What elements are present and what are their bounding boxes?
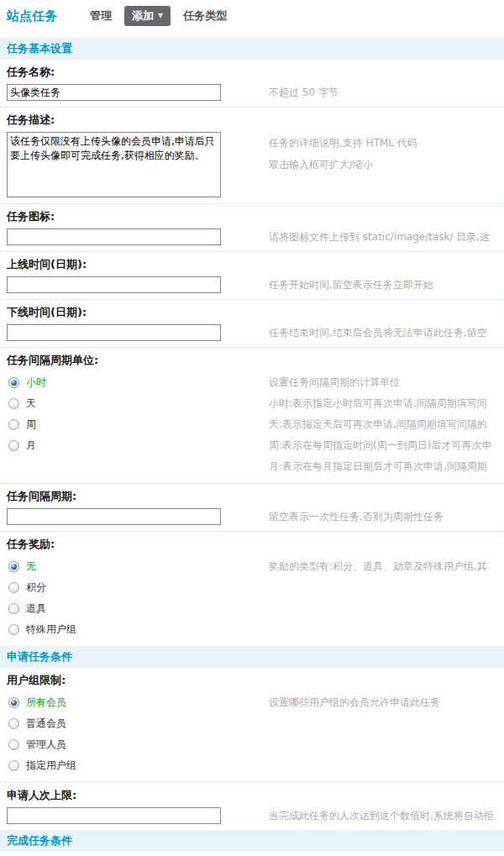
period-label: 任务间隔周期: bbox=[7, 489, 504, 504]
task-desc-textarea[interactable]: 该任务仅限没有上传头像的会员申请,申请后只要上传头像即可完成任务,获得相应的奖励… bbox=[7, 132, 221, 197]
radio-option-month[interactable]: 月 bbox=[7, 435, 269, 456]
radio-icon-all-members-checked[interactable] bbox=[8, 697, 19, 708]
section-complete-conditions: 完成任务条件 bbox=[0, 830, 504, 852]
field-end-time: 下线时间(日期): 任务结束时间,结束后会员将无法申请此任务,留空 bbox=[0, 300, 504, 348]
radio-icon-hour-checked[interactable] bbox=[8, 377, 19, 388]
radio-label-all-members: 所有会员 bbox=[26, 696, 66, 710]
field-task-icon: 任务图标: 请将图标文件上传到 static/image/task/ 目录,这 bbox=[0, 204, 504, 252]
tab-manage[interactable]: 管理 bbox=[90, 8, 112, 24]
radio-label-hour: 小时 bbox=[26, 375, 46, 390]
period-hint: 留空表示一次性任务,否则为周期性任务 bbox=[269, 510, 444, 524]
end-time-hint: 任务结束时间,结束后会员将无法申请此任务,留空 bbox=[269, 326, 487, 340]
radio-icon-month[interactable] bbox=[8, 440, 19, 451]
radio-icon-special-group[interactable] bbox=[8, 624, 19, 635]
period-unit-hint-2: 天:表示指定天后可再次申请,间隔周期填写间隔的 bbox=[269, 414, 491, 435]
field-task-name: 任务名称: 不超过 50 字节 bbox=[0, 60, 504, 108]
reward-label: 任务奖励: bbox=[7, 537, 504, 552]
chevron-down-icon: ▼ bbox=[158, 13, 163, 19]
field-task-desc: 任务描述: 该任务仅限没有上传头像的会员申请,申请后只要上传头像即可完成任务,获… bbox=[0, 108, 504, 204]
start-time-input[interactable] bbox=[7, 276, 221, 293]
field-period-unit: 任务间隔周期单位: 小时 天 周 月 设置任务间隔周期的计算单位 小时:表示指定… bbox=[0, 348, 504, 484]
task-icon-label: 任务图标: bbox=[7, 209, 504, 224]
radio-icon-credits[interactable] bbox=[8, 582, 19, 593]
radio-option-day[interactable]: 天 bbox=[7, 393, 269, 414]
period-unit-hint-3: 周:表示在每周指定时间(周一到周日)后才可再次申 bbox=[269, 435, 491, 456]
tab-add-label: 添加 bbox=[132, 8, 154, 24]
task-icon-input[interactable] bbox=[7, 228, 221, 245]
section-apply-conditions: 申请任务条件 bbox=[0, 646, 504, 668]
task-name-label: 任务名称: bbox=[7, 65, 504, 80]
task-name-input[interactable] bbox=[7, 84, 221, 101]
period-input[interactable] bbox=[7, 508, 221, 525]
period-unit-hint-1: 小时:表示指定小时后可再次申请,间隔周期填写间 bbox=[269, 393, 491, 414]
radio-label-month: 月 bbox=[26, 439, 36, 453]
group-limit-label: 用户组限制: bbox=[7, 673, 504, 688]
radio-icon-admins[interactable] bbox=[8, 739, 19, 750]
radio-option-admins[interactable]: 管理人员 bbox=[7, 734, 269, 755]
radio-label-magic: 道具 bbox=[26, 601, 46, 616]
radio-label-week: 周 bbox=[26, 417, 36, 432]
task-icon-hint: 请将图标文件上传到 static/image/task/ 目录,这 bbox=[269, 230, 490, 244]
task-desc-hint-1: 任务的详细说明,支持 HTML 代码 bbox=[269, 132, 417, 154]
radio-option-week[interactable]: 周 bbox=[7, 414, 269, 435]
radio-icon-none-checked[interactable] bbox=[8, 561, 19, 572]
field-group-limit: 用户组限制: 所有会员 普通会员 管理人员 指定用户组 设置哪些用户组的会员允许… bbox=[0, 668, 504, 783]
task-desc-hint-2: 双击输入框可扩大/缩小 bbox=[269, 154, 417, 176]
field-start-time: 上线时间(日期): 任务开始时间,留空表示任务立即开始 bbox=[0, 252, 504, 300]
radio-label-specified-group: 指定用户组 bbox=[26, 759, 76, 773]
reward-hint: 奖励的类型有:积分、道具、勋章及特殊用户组,其 bbox=[269, 556, 487, 577]
radio-icon-magic[interactable] bbox=[8, 603, 19, 614]
radio-option-none[interactable]: 无 bbox=[7, 556, 269, 577]
field-reward: 任务奖励: 无 积分 道具 特殊用户组 奖励的类型有:积分、道具、勋章及特殊用户… bbox=[0, 532, 504, 646]
radio-option-all-members[interactable]: 所有会员 bbox=[7, 692, 269, 713]
period-unit-hint-0: 设置任务间隔周期的计算单位 bbox=[269, 372, 491, 393]
start-time-hint: 任务开始时间,留空表示任务立即开始 bbox=[269, 278, 433, 292]
radio-icon-day[interactable] bbox=[8, 398, 19, 409]
apply-limit-input[interactable] bbox=[7, 807, 221, 824]
header: 站点任务 管理 添加▼ 任务类型 bbox=[0, 0, 504, 25]
radio-icon-normal-members[interactable] bbox=[8, 718, 19, 729]
radio-label-admins: 管理人员 bbox=[26, 738, 66, 752]
section-basic-settings: 任务基本设置 bbox=[0, 38, 504, 60]
task-desc-label: 任务描述: bbox=[7, 113, 504, 128]
field-period: 任务间隔周期: 留空表示一次性任务,否则为周期性任务 bbox=[0, 484, 504, 532]
tab-add[interactable]: 添加▼ bbox=[124, 6, 171, 26]
radio-option-special-group[interactable]: 特殊用户组 bbox=[7, 619, 269, 640]
task-name-hint: 不超过 50 字节 bbox=[269, 86, 339, 100]
radio-option-credits[interactable]: 积分 bbox=[7, 577, 269, 598]
radio-label-special-group: 特殊用户组 bbox=[26, 622, 76, 637]
radio-option-hour[interactable]: 小时 bbox=[7, 372, 269, 393]
group-limit-hint: 设置哪些用户组的会员允许申请此任务 bbox=[269, 692, 440, 713]
radio-label-credits: 积分 bbox=[26, 580, 46, 595]
radio-icon-week[interactable] bbox=[8, 419, 19, 430]
radio-label-none: 无 bbox=[26, 559, 36, 574]
radio-label-normal-members: 普通会员 bbox=[26, 717, 66, 731]
tab-task-type[interactable]: 任务类型 bbox=[183, 8, 227, 24]
start-time-label: 上线时间(日期): bbox=[7, 257, 504, 272]
radio-icon-specified-group[interactable] bbox=[8, 760, 19, 771]
field-apply-limit: 申请人次上限: 当完成此任务的人次达到这个数值时,系统将自动拒 bbox=[0, 783, 504, 830]
apply-limit-label: 申请人次上限: bbox=[7, 788, 504, 803]
end-time-input[interactable] bbox=[7, 324, 221, 341]
period-unit-hint-4: 月:表示在每月指定日期后才可再次申请,间隔周期 bbox=[269, 456, 491, 477]
no-limit-text: 不限制 bbox=[0, 852, 504, 856]
end-time-label: 下线时间(日期): bbox=[7, 305, 504, 320]
apply-limit-hint: 当完成此任务的人次达到这个数值时,系统将自动拒 bbox=[269, 809, 494, 823]
radio-option-normal-members[interactable]: 普通会员 bbox=[7, 713, 269, 734]
radio-label-day: 天 bbox=[26, 396, 36, 411]
radio-option-specified-group[interactable]: 指定用户组 bbox=[7, 755, 269, 776]
page-title: 站点任务 bbox=[7, 8, 57, 24]
radio-option-magic[interactable]: 道具 bbox=[7, 598, 269, 619]
period-unit-label: 任务间隔周期单位: bbox=[7, 353, 504, 368]
